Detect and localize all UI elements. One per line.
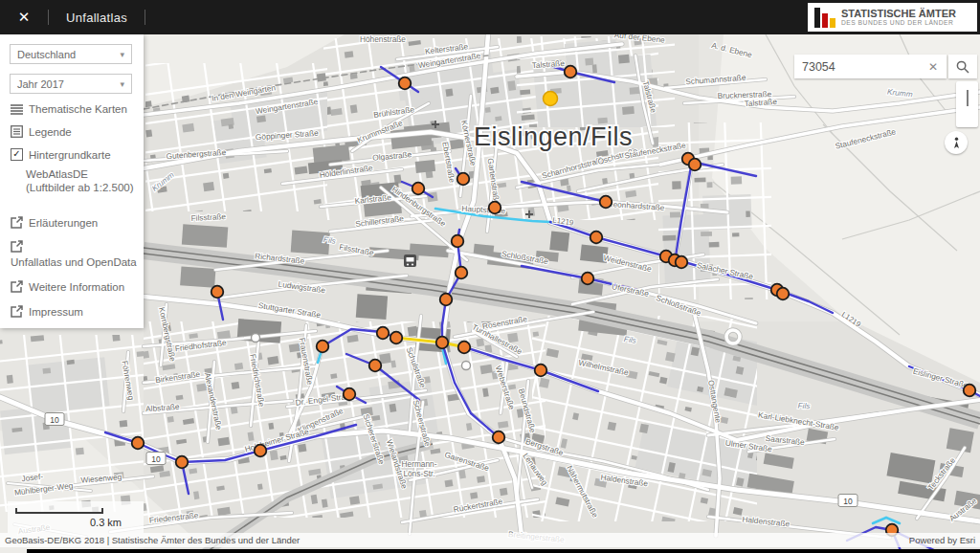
map-canvas[interactable]: HöhenstraßeKelterstraßeWeingartenstraßeW… — [0, 34, 980, 553]
svg-text:Löns-Str.: Löns-Str. — [403, 469, 434, 478]
region-select[interactable]: Deutschland ▾ — [10, 44, 132, 64]
selected-accident-point[interactable] — [544, 92, 558, 106]
svg-text:Hermann-: Hermann- — [402, 459, 437, 469]
erlaeuterungen-label: Erläuterungen — [29, 217, 98, 229]
accident-point[interactable] — [457, 173, 470, 186]
statistische-aemter-logo[interactable]: STATISTISCHE ÄMTER DES BUNDES UND DER LÄ… — [808, 3, 977, 32]
accident-point[interactable] — [212, 286, 224, 299]
accident-point[interactable] — [399, 77, 412, 90]
legend-label: Legende — [29, 126, 72, 138]
impressum-label: Impressum — [29, 306, 83, 318]
svg-text:Fils: Fils — [323, 234, 336, 246]
chevron-down-icon: ▾ — [120, 50, 124, 59]
powered-by-esri: Powered by Esri — [909, 535, 975, 545]
sidebar-link-impressum[interactable]: Impressum — [11, 305, 83, 318]
bottom-edge-bar — [27, 549, 980, 553]
legend-icon — [11, 125, 23, 138]
external-link-icon — [11, 216, 23, 229]
external-link-icon — [11, 280, 23, 293]
year-select[interactable]: Jahr 2017 ▾ — [10, 74, 132, 94]
svg-text:10: 10 — [151, 454, 161, 464]
zoom-slider-handle[interactable] — [967, 90, 969, 106]
accident-point[interactable] — [412, 183, 425, 195]
topbar: ✕ Unfallatlas STATISTISCHE ÄMTER DES BUN… — [0, 0, 980, 34]
topbar-divider — [48, 10, 49, 25]
svg-text:10: 10 — [843, 497, 853, 506]
accident-point[interactable] — [390, 332, 403, 344]
region-select-value: Deutschland — [17, 49, 76, 60]
svg-text:Brucknerstraße: Brucknerstraße — [717, 89, 771, 100]
accident-point[interactable] — [493, 431, 505, 444]
clear-search-icon[interactable]: ✕ — [920, 60, 947, 74]
background-map-layer-name: WebAtlasDE — [26, 168, 88, 180]
accident-point[interactable] — [777, 288, 790, 300]
background-map-checkbox[interactable]: ✓ — [11, 148, 23, 161]
sidebar-link-opendata[interactable] — [11, 240, 29, 253]
sidebar-link-erlaeuterungen[interactable]: Erläuterungen — [11, 216, 98, 229]
app-title: Unfallatlas — [66, 11, 127, 25]
background-map-layer-scale: (Luftbilder ab 1:2.500) — [26, 182, 134, 193]
accident-point[interactable] — [600, 196, 612, 209]
accident-point[interactable] — [436, 337, 449, 349]
accident-point[interactable] — [458, 342, 471, 354]
accident-point[interactable] — [535, 365, 547, 377]
sidebar-item-legend[interactable]: Legende — [11, 125, 72, 138]
year-select-value: Jahr 2017 — [17, 78, 64, 90]
locate-button[interactable] — [945, 131, 968, 154]
sidebar-item-thematic-maps[interactable]: Thematische Karten — [11, 103, 127, 115]
accident-point[interactable] — [369, 360, 382, 372]
accident-point[interactable] — [582, 273, 594, 285]
attribution-text: GeoBasis-DE/BKG 2018 | Statistische Ämte… — [5, 535, 300, 545]
accident-point[interactable] — [964, 385, 976, 397]
background-map-label: Hintergrundkarte — [29, 149, 111, 161]
bar-chart-icon — [814, 8, 835, 28]
accident-point[interactable] — [565, 66, 577, 78]
opendata-label-text: Unfallatlas und OpenData — [11, 256, 137, 268]
accident-point[interactable] — [590, 232, 603, 244]
svg-text:Fils: Fils — [623, 334, 636, 345]
search-button[interactable] — [948, 55, 977, 78]
accident-point[interactable] — [317, 341, 329, 353]
logo-line1: STATISTISCHE ÄMTER — [841, 8, 956, 19]
search-box: ✕ — [794, 55, 947, 78]
scale-label: 0.3 km — [90, 517, 122, 528]
logo-line2: DES BUNDES UND DER LÄNDER — [841, 19, 956, 27]
scale-bar: 0.3 km — [8, 501, 144, 533]
topbar-divider — [145, 10, 145, 25]
svg-text:Fils: Fils — [797, 401, 810, 410]
accident-point[interactable] — [440, 294, 453, 306]
city-label: Eislingen/Fils — [474, 122, 633, 151]
scale-line — [15, 512, 103, 514]
accident-point[interactable] — [132, 437, 145, 450]
accident-point[interactable] — [255, 445, 267, 457]
accident-point[interactable] — [456, 267, 468, 279]
accident-point[interactable] — [452, 235, 464, 248]
weitere-information-label: Weitere Information — [29, 281, 124, 293]
compass-needle-icon — [951, 137, 962, 149]
sidebar-item-background-map[interactable]: ✓ Hintergrundkarte — [11, 148, 111, 161]
thematic-maps-label: Thematische Karten — [29, 103, 127, 115]
accident-point[interactable] — [344, 388, 356, 401]
search-icon — [956, 60, 969, 74]
external-link-icon — [11, 305, 23, 318]
accident-point[interactable] — [689, 159, 702, 171]
list-icon — [11, 103, 23, 115]
svg-text:Höhenstraße: Höhenstraße — [360, 34, 406, 44]
attribution-bar: GeoBasis-DE/BKG 2018 | Statistische Ämte… — [0, 533, 980, 547]
accident-point[interactable] — [176, 456, 189, 469]
unfallatlas-app: ✕ Unfallatlas STATISTISCHE ÄMTER DES BUN… — [0, 0, 980, 553]
zoom-control[interactable] — [956, 81, 978, 127]
sidebar-link-weitere-information[interactable]: Weitere Information — [11, 280, 124, 293]
accident-point[interactable] — [676, 256, 688, 269]
opendata-label[interactable]: Unfallatlas und OpenData — [11, 256, 137, 268]
svg-text:Filsstraße: Filsstraße — [190, 211, 226, 223]
accident-point[interactable] — [377, 327, 390, 340]
external-link-icon — [11, 240, 23, 253]
svg-text:10: 10 — [50, 415, 59, 425]
accident-point[interactable] — [489, 202, 501, 214]
chevron-down-icon: ▾ — [120, 79, 124, 89]
search-input[interactable] — [794, 60, 920, 74]
sidebar: Deutschland ▾ Jahr 2017 ▾ Thematische Ka… — [0, 34, 144, 328]
close-icon[interactable]: ✕ — [10, 8, 38, 27]
